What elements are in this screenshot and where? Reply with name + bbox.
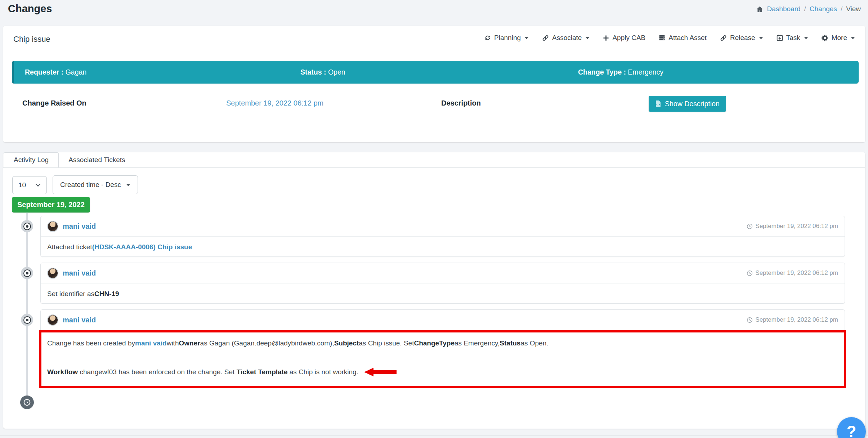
timeline-node-icon <box>21 220 33 232</box>
timestamp-text: September 19, 2022 06:12 pm <box>755 316 838 323</box>
home-icon <box>756 5 764 13</box>
activity-entry: mani vaid September 19, 2022 06:12 pm Ch… <box>40 309 845 388</box>
caret-down-icon <box>851 37 855 39</box>
clock-icon <box>747 270 753 276</box>
more-button[interactable]: More <box>821 34 855 42</box>
change-toolbar: Planning Associate Apply CAB <box>484 34 855 42</box>
change-raised-on-value[interactable]: September 19, 2022 06:12 pm <box>226 99 323 107</box>
plus-icon <box>603 35 609 41</box>
author-link[interactable]: mani vaid <box>63 222 96 231</box>
breadcrumb-separator: / <box>841 5 842 13</box>
timeline-node-icon <box>21 314 33 326</box>
file-code-icon <box>655 100 661 107</box>
changes-view-page: Changes Dashboard / Changes / View Chip … <box>0 0 868 438</box>
apply-cab-label: Apply CAB <box>612 34 645 42</box>
task-button[interactable]: Task <box>776 34 808 42</box>
planning-button[interactable]: Planning <box>484 34 529 42</box>
activity-entry: mani vaid September 19, 2022 06:12 pm Se… <box>40 263 845 304</box>
entry-timestamp: September 19, 2022 06:12 pm <box>747 269 838 277</box>
timestamp-text: September 19, 2022 06:12 pm <box>755 269 838 277</box>
breadcrumb-view: View <box>846 5 861 13</box>
footer-divider <box>0 435 868 435</box>
entry-header: mani vaid September 19, 2022 06:12 pm <box>41 216 845 237</box>
caret-down-icon <box>759 37 763 39</box>
page-size-select[interactable]: 10 <box>12 176 47 194</box>
requester-value: Gagan <box>66 68 87 76</box>
caret-down-icon <box>804 37 808 39</box>
breadcrumb-changes[interactable]: Changes <box>810 5 837 13</box>
entry-timestamp: September 19, 2022 06:12 pm <box>747 223 838 230</box>
author-link[interactable]: mani vaid <box>63 316 96 324</box>
attach-asset-button[interactable]: Attach Asset <box>658 34 707 42</box>
timeline-date-badge: September 19, 2022 <box>12 197 90 213</box>
entry-message: Attached ticket (HDSK-AAAA-0006) Chip is… <box>41 237 845 257</box>
chevron-down-icon <box>35 183 41 187</box>
associate-label: Associate <box>552 34 582 42</box>
avatar <box>47 221 58 232</box>
attach-asset-label: Attach Asset <box>668 34 707 42</box>
associate-button[interactable]: Associate <box>542 34 590 42</box>
release-button[interactable]: Release <box>720 34 763 42</box>
page-title: Changes <box>8 3 52 15</box>
timeline-node-icon <box>21 267 33 279</box>
entry-message: Set identifier as CHN-19 <box>41 283 845 304</box>
activity-card: Activity Log Associated Tickets 10 Creat… <box>3 152 865 429</box>
requester-label: Requester : <box>25 68 63 76</box>
change-subject: Chip issue <box>13 35 50 44</box>
activity-entry: mani vaid September 19, 2022 06:12 pm At… <box>40 216 845 257</box>
sort-order-button[interactable]: Created time - Desc <box>53 175 138 194</box>
entry-message-text: Workflow changewf03 has been enforced on… <box>47 368 358 376</box>
change-type-value: Emergency <box>628 68 663 76</box>
change-raised-on-label: Change Raised On <box>22 99 86 107</box>
calendar-plus-icon <box>776 34 783 41</box>
status-banner: Requester : Gagan Status : Open Change T… <box>12 61 859 84</box>
timestamp-text: September 19, 2022 06:12 pm <box>755 223 838 230</box>
caret-down-icon <box>585 37 590 39</box>
author-link[interactable]: mani vaid <box>63 269 96 277</box>
avatar <box>47 268 58 279</box>
requester-field: Requester : Gagan <box>25 68 86 76</box>
change-detail-card: Chip issue Planning Associate <box>3 26 865 142</box>
clock-icon <box>747 223 753 229</box>
caret-down-icon <box>126 184 130 186</box>
change-type-label: Change Type : <box>578 68 626 76</box>
task-label: Task <box>786 34 800 42</box>
tab-associated-tickets[interactable]: Associated Tickets <box>59 152 135 167</box>
sync-icon <box>484 34 491 41</box>
release-label: Release <box>730 34 755 42</box>
clock-icon <box>747 317 753 323</box>
sort-order-label: Created time - Desc <box>60 181 121 189</box>
status-label: Status : <box>300 68 326 76</box>
gear-icon <box>821 34 829 42</box>
entry-header: mani vaid September 19, 2022 06:12 pm <box>41 263 845 283</box>
status-field: Status : Open <box>300 68 345 76</box>
page-size-value: 10 <box>18 181 26 189</box>
planning-label: Planning <box>494 34 521 42</box>
timeline-line <box>26 213 28 403</box>
link-icon <box>542 34 549 42</box>
avatar <box>47 314 58 326</box>
description-label: Description <box>441 99 481 107</box>
link-icon <box>720 34 727 42</box>
red-arrow-annotation <box>364 368 397 376</box>
entry-message: Change has been created by mani vaid wit… <box>41 330 845 356</box>
apply-cab-button[interactable]: Apply CAB <box>603 34 645 42</box>
server-icon <box>658 34 666 41</box>
entry-timestamp: September 19, 2022 06:12 pm <box>747 316 838 323</box>
tab-bar: Activity Log Associated Tickets <box>3 152 865 168</box>
breadcrumb-separator: / <box>804 5 806 13</box>
timeline-end-clock-icon <box>20 395 34 409</box>
entry-header: mani vaid September 19, 2022 06:12 pm <box>41 310 845 330</box>
breadcrumb: Dashboard / Changes / View <box>756 5 861 13</box>
show-description-label: Show Description <box>665 100 720 108</box>
breadcrumb-dashboard[interactable]: Dashboard <box>767 5 801 13</box>
status-value: Open <box>328 68 345 76</box>
tab-activity-log[interactable]: Activity Log <box>4 152 59 167</box>
more-label: More <box>832 34 847 42</box>
show-description-button[interactable]: Show Description <box>649 96 726 112</box>
caret-down-icon <box>524 37 529 39</box>
entry-message: Workflow changewf03 has been enforced on… <box>41 356 845 388</box>
change-type-field: Change Type : Emergency <box>578 68 663 76</box>
